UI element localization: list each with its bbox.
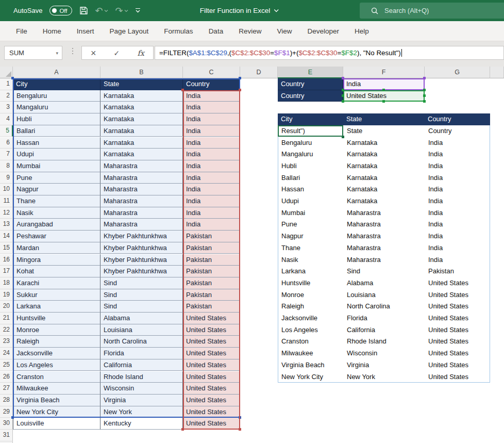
- redo-icon[interactable]: ↷: [115, 6, 128, 15]
- cell-B28[interactable]: Virginia: [100, 395, 183, 406]
- result-cell-G20[interactable]: United States: [428, 301, 490, 313]
- cell-A14[interactable]: Peshawar: [13, 231, 100, 242]
- cell-A3[interactable]: Mangaluru: [13, 102, 100, 113]
- result-cell-F9[interactable]: Karnataka: [347, 172, 424, 184]
- result-cell-E24[interactable]: Milwaukee: [281, 348, 343, 359]
- result-cell-F14[interactable]: Maharastra: [347, 231, 424, 242]
- cell-A4[interactable]: Hubli: [13, 113, 100, 125]
- cell-B14[interactable]: Khyber Pakhtunkhwa: [100, 231, 183, 242]
- cell-C25[interactable]: United States: [183, 359, 240, 371]
- cell-B3[interactable]: Karnataka: [100, 102, 183, 113]
- result-cell-E19[interactable]: Monroe: [281, 289, 343, 301]
- row-header-15[interactable]: 15: [0, 242, 13, 254]
- cell-A13[interactable]: Aurangabad: [13, 219, 100, 231]
- cell-A2[interactable]: Bengaluru: [13, 90, 100, 102]
- cell-A18[interactable]: Karachi: [13, 277, 100, 289]
- cell-C2[interactable]: India: [183, 90, 240, 102]
- cell-C11[interactable]: India: [183, 195, 240, 207]
- cell-C3[interactable]: India: [183, 102, 240, 113]
- cell-E1[interactable]: Country: [278, 78, 343, 90]
- cell-A7[interactable]: Udupi: [13, 149, 100, 160]
- cell-B12[interactable]: Maharastra: [100, 207, 183, 219]
- cell-A15[interactable]: Mardan: [13, 242, 100, 254]
- cell-C22[interactable]: United States: [183, 324, 240, 336]
- result-cell-E9[interactable]: Ballari: [281, 172, 343, 184]
- cell-B4[interactable]: Karnataka: [100, 113, 183, 125]
- result-cell-E23[interactable]: Cranston: [281, 336, 343, 348]
- cell-A19[interactable]: Sukkur: [13, 289, 100, 301]
- cell-B29[interactable]: New York: [100, 406, 183, 418]
- cell-A11[interactable]: Thane: [13, 195, 100, 207]
- result-cell-G23[interactable]: United States: [428, 336, 490, 348]
- result-header-state[interactable]: State: [343, 113, 425, 125]
- cell-C29[interactable]: United States: [183, 406, 240, 418]
- result-cell-E21[interactable]: Jacksonville: [281, 313, 343, 324]
- row-header-23[interactable]: 23: [0, 336, 13, 348]
- result-cell-G22[interactable]: United States: [428, 324, 490, 336]
- row-header-24[interactable]: 24: [0, 348, 13, 359]
- result-cell-G14[interactable]: India: [428, 231, 490, 242]
- cell-C23[interactable]: United States: [183, 336, 240, 348]
- row-header-7[interactable]: 7: [0, 149, 13, 160]
- result-cell-E13[interactable]: Pune: [281, 219, 343, 231]
- cell-B25[interactable]: California: [100, 359, 183, 371]
- row-header-17[interactable]: 17: [0, 266, 13, 277]
- result-cell-F23[interactable]: Rhode Island: [347, 336, 424, 348]
- cell-B11[interactable]: Maharastra: [100, 195, 183, 207]
- cell-C12[interactable]: India: [183, 207, 240, 219]
- result-cell-F17[interactable]: Sind: [347, 266, 424, 277]
- result-cell-E8[interactable]: Hubli: [281, 160, 343, 172]
- undo-icon[interactable]: ↶: [95, 6, 108, 15]
- result-cell-E15[interactable]: Thane: [281, 242, 343, 254]
- cell-B23[interactable]: North Carolina: [100, 336, 183, 348]
- result-cell-F11[interactable]: Karnataka: [347, 195, 424, 207]
- result-cell-G21[interactable]: United States: [428, 313, 490, 324]
- row-header-14[interactable]: 14: [0, 231, 13, 242]
- cell-B21[interactable]: Alabama: [100, 313, 183, 324]
- tab-help[interactable]: Help: [347, 21, 377, 41]
- cell-A5[interactable]: Ballari: [13, 125, 100, 137]
- result-cell-E17[interactable]: Larkana: [281, 266, 343, 277]
- result-cell-E12[interactable]: Mumbai: [281, 207, 343, 219]
- result-cell-E6[interactable]: Bengaluru: [281, 137, 343, 149]
- row-header-26[interactable]: 26: [0, 371, 13, 383]
- result-cell-E22[interactable]: Los Angeles: [281, 324, 343, 336]
- tab-home[interactable]: Home: [35, 21, 69, 41]
- result-cell-G15[interactable]: India: [428, 242, 490, 254]
- row-header-21[interactable]: 21: [0, 313, 13, 324]
- result-cell-E11[interactable]: Udupi: [281, 195, 343, 207]
- result-cell-F8[interactable]: Karnataka: [347, 160, 424, 172]
- result-cell-G16[interactable]: India: [428, 254, 490, 266]
- cell-B26[interactable]: Rhode Island: [100, 371, 183, 383]
- cell-A10[interactable]: Nagpur: [13, 184, 100, 195]
- result-cell-F18[interactable]: Alabama: [347, 277, 424, 289]
- cell-A17[interactable]: Kohat: [13, 266, 100, 277]
- cell-C10[interactable]: India: [183, 184, 240, 195]
- cell-C24[interactable]: United States: [183, 348, 240, 359]
- row-header-25[interactable]: 25: [0, 359, 13, 371]
- cell-C8[interactable]: India: [183, 160, 240, 172]
- row-header-27[interactable]: 27: [0, 383, 13, 395]
- cell-B10[interactable]: Maharastra: [100, 184, 183, 195]
- result-cell-F13[interactable]: Maharastra: [347, 219, 424, 231]
- cell-C13[interactable]: India: [183, 219, 240, 231]
- tab-data[interactable]: Data: [201, 21, 231, 41]
- result-cell-G13[interactable]: India: [428, 219, 490, 231]
- cell-B8[interactable]: Maharastra: [100, 160, 183, 172]
- cell-B27[interactable]: Wisconsin: [100, 383, 183, 395]
- column-header-F[interactable]: F: [343, 67, 425, 78]
- result-cell-G17[interactable]: Pakistan: [428, 266, 490, 277]
- name-box-dropdown-icon[interactable]: ▾: [56, 51, 62, 56]
- cell-A20[interactable]: Larkana: [13, 301, 100, 313]
- customize-quick-access-toolbar-icon[interactable]: [136, 8, 140, 13]
- cell-A12[interactable]: Nasik: [13, 207, 100, 219]
- cell-A21[interactable]: Huntsville: [13, 313, 100, 324]
- cell-B16[interactable]: Khyber Pakhtunkhwa: [100, 254, 183, 266]
- row-header-22[interactable]: 22: [0, 324, 13, 336]
- cell-A27[interactable]: Milwaukee: [13, 383, 100, 395]
- cell-C21[interactable]: United States: [183, 313, 240, 324]
- cell-A6[interactable]: Hassan: [13, 137, 100, 149]
- result-cell-F15[interactable]: Maharastra: [347, 242, 424, 254]
- cell-B17[interactable]: Khyber Pakhtunkhwa: [100, 266, 183, 277]
- tab-developer[interactable]: Developer: [299, 21, 347, 41]
